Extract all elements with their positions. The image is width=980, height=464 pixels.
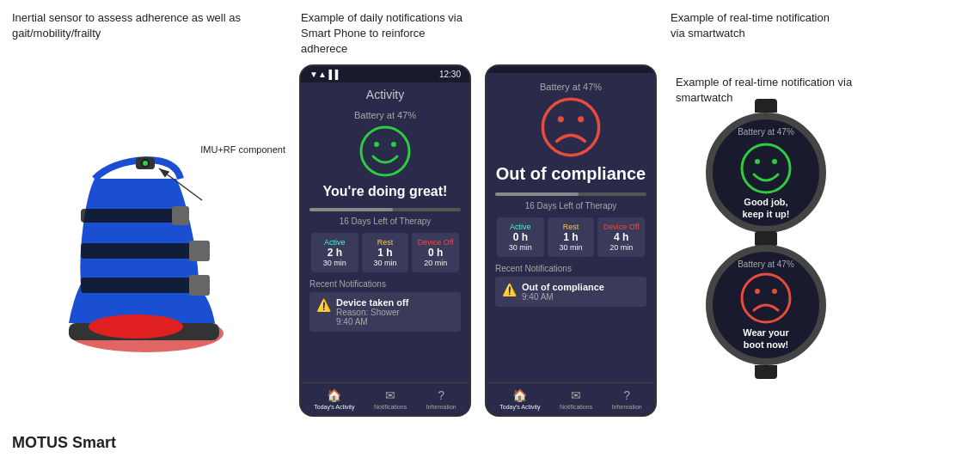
phone2-stat-off: Device Off 4 h 20 min bbox=[597, 217, 645, 257]
phone1-stat-rest: Rest 1 h 30 min bbox=[362, 233, 409, 272]
watch2-face: Battery at 47% Wear your boot now! bbox=[706, 245, 826, 365]
svg-rect-6 bbox=[189, 275, 210, 296]
phone1-body: Battery at 47% You're doing great! 16 Da… bbox=[301, 105, 469, 382]
phone2-nav-info[interactable]: ? Information bbox=[612, 388, 642, 410]
svg-point-24 bbox=[772, 159, 777, 164]
phone-caption: Example of daily notifications via Smart… bbox=[292, 0, 481, 64]
phone1-progress-bar bbox=[309, 208, 461, 211]
phone2-notif-content: Out of compliance 9:40 AM bbox=[522, 282, 604, 302]
svg-point-18 bbox=[558, 116, 564, 122]
phone1-stats-row: Active 2 h 30 min Rest 1 h 30 min Device… bbox=[309, 233, 461, 272]
phone1-active-unit: 30 min bbox=[313, 259, 357, 267]
svg-point-19 bbox=[578, 116, 584, 122]
phone2-info-icon: ? bbox=[623, 388, 630, 402]
svg-text:Battery at 47%: Battery at 47% bbox=[738, 127, 794, 137]
phone2-nav-info-label: Information bbox=[612, 404, 642, 410]
watches-section: Example of real-time notification via sm… bbox=[667, 64, 865, 417]
phone1-nav-info[interactable]: ? Information bbox=[426, 388, 456, 410]
svg-point-30 bbox=[755, 289, 760, 294]
phone1-off-value: 0 h bbox=[413, 247, 457, 259]
phone1-nav-activity[interactable]: 🏠 Today's Activity bbox=[314, 388, 354, 410]
phone2-stat-active: Active 0 h 30 min bbox=[497, 217, 544, 257]
phone1-rest-value: 1 h bbox=[364, 247, 407, 259]
phone2-off-label: Device Off bbox=[599, 223, 643, 231]
phone1-status-bar: ▼▲ ▌▌ 12:30 bbox=[301, 66, 469, 82]
svg-text:Battery at 47%: Battery at 47% bbox=[738, 259, 794, 269]
phone2-notif-time: 9:40 AM bbox=[522, 292, 604, 302]
phone2-rest-unit: 30 min bbox=[549, 243, 593, 252]
svg-rect-3 bbox=[81, 278, 205, 293]
svg-rect-2 bbox=[81, 243, 205, 259]
phone1-notif-item: ⚠️ Device taken off Reason: Shower 9:40 … bbox=[309, 292, 461, 332]
phone2-active-label: Active bbox=[499, 223, 542, 231]
phone1-notif-section: Recent Notifications ⚠️ Device taken off… bbox=[309, 279, 461, 332]
phone1-off-label: Device Off bbox=[413, 238, 457, 247]
watch1-strap-top bbox=[755, 99, 777, 113]
phone1-nav-notif-label: Notifications bbox=[374, 404, 407, 410]
phone1-time: 12:30 bbox=[439, 70, 461, 79]
phone1-notif-warning-icon: ⚠️ bbox=[316, 298, 331, 312]
phone2-battery: Battery at 47% bbox=[540, 82, 602, 92]
phone2-stat-rest: Rest 1 h 30 min bbox=[548, 217, 595, 257]
phone2-off-unit: 20 min bbox=[599, 243, 643, 252]
phone2-notif-title: Out of compliance bbox=[522, 282, 604, 292]
svg-point-14 bbox=[361, 127, 409, 175]
svg-rect-5 bbox=[189, 241, 210, 261]
phone2-notif-item: ⚠️ Out of compliance 9:40 AM bbox=[495, 277, 646, 307]
svg-point-17 bbox=[542, 99, 598, 155]
watch2-strap-bottom bbox=[755, 365, 777, 379]
phone1-status: You're doing great! bbox=[323, 184, 448, 199]
phone2-notif-section: Recent Notifications ⚠️ Out of complianc… bbox=[495, 264, 646, 307]
boot-image-area: IMU+RF component bbox=[0, 41, 292, 427]
svg-point-16 bbox=[391, 142, 396, 147]
phone1-off-unit: 20 min bbox=[413, 259, 457, 267]
svg-text:Wear your: Wear your bbox=[743, 327, 789, 338]
phone1-home-icon: 🏠 bbox=[327, 388, 341, 402]
phone1-nav-notifications[interactable]: ✉ Notifications bbox=[374, 388, 407, 410]
phone1-nav-info-label: Information bbox=[426, 404, 456, 410]
boot-product-name: MOTUS Smart bbox=[0, 427, 292, 464]
phone2-nav-notifications[interactable]: ✉ Notifications bbox=[560, 388, 592, 410]
phone1-info-icon: ? bbox=[438, 388, 444, 402]
svg-point-31 bbox=[772, 289, 777, 294]
watch-caption-text bbox=[481, 0, 662, 64]
phone1-rest-unit: 30 min bbox=[364, 259, 407, 267]
phone2-off-value: 4 h bbox=[599, 231, 643, 243]
svg-rect-4 bbox=[81, 209, 184, 223]
phone1-nav: 🏠 Today's Activity ✉ Notifications ? Inf… bbox=[301, 382, 469, 415]
phone1-active-value: 2 h bbox=[313, 247, 357, 259]
phone2-status: Out of compliance bbox=[496, 164, 646, 184]
watch1: Battery at 47% Good job, keep it up! bbox=[706, 113, 826, 233]
phone2-therapy: 16 Days Left of Therapy bbox=[525, 201, 617, 211]
phone1-bell-icon: ✉ bbox=[385, 388, 395, 402]
imu-label: IMU+RF component bbox=[200, 144, 285, 155]
phone2-notif-header: Recent Notifications bbox=[495, 264, 646, 273]
watch-caption: Example of real-time notification via sm… bbox=[662, 0, 851, 64]
phone1-rest-label: Rest bbox=[364, 238, 407, 247]
watches-area: Battery at 47% Good job, keep it up! bbox=[667, 113, 865, 365]
boot-section: Inertial sensor to assess adherence as w… bbox=[0, 0, 292, 464]
phone1-notif-sub: Reason: Shower bbox=[336, 308, 408, 317]
phone1-notif-header: Recent Notifications bbox=[309, 279, 461, 289]
phone1-stat-active: Active 2 h 30 min bbox=[311, 233, 358, 272]
phone1-smiley-icon bbox=[359, 125, 411, 177]
phone2-body: Battery at 47% Out of compliance 16 Days… bbox=[487, 73, 655, 382]
boot-caption: Inertial sensor to assess adherence as w… bbox=[0, 0, 292, 41]
phone2-rest-value: 1 h bbox=[549, 231, 593, 243]
phone2-rest-label: Rest bbox=[549, 223, 593, 231]
phone2-active-unit: 30 min bbox=[499, 243, 542, 252]
phone1-notif-title: Device taken off bbox=[336, 297, 408, 308]
svg-text:boot now!: boot now! bbox=[744, 339, 789, 350]
phone1-therapy: 16 Days Left of Therapy bbox=[340, 217, 432, 226]
watch1-face: Battery at 47% Good job, keep it up! bbox=[706, 113, 826, 233]
phone1-notif-content: Device taken off Reason: Shower 9:40 AM bbox=[336, 297, 408, 327]
phone2-nav-activity[interactable]: 🏠 Today's Activity bbox=[499, 388, 540, 410]
svg-point-11 bbox=[143, 161, 148, 166]
phone1-nav-activity-label: Today's Activity bbox=[314, 404, 354, 410]
svg-point-23 bbox=[755, 159, 760, 164]
phone1-active-label: Active bbox=[313, 238, 357, 247]
phone1-stat-off: Device Off 0 h 20 min bbox=[412, 233, 459, 272]
watch2: Battery at 47% Wear your boot now! bbox=[706, 245, 826, 365]
phone2-notif-warning-icon: ⚠️ bbox=[502, 283, 517, 296]
phone2-stats-row: Active 0 h 30 min Rest 1 h 30 min Device… bbox=[495, 217, 646, 257]
